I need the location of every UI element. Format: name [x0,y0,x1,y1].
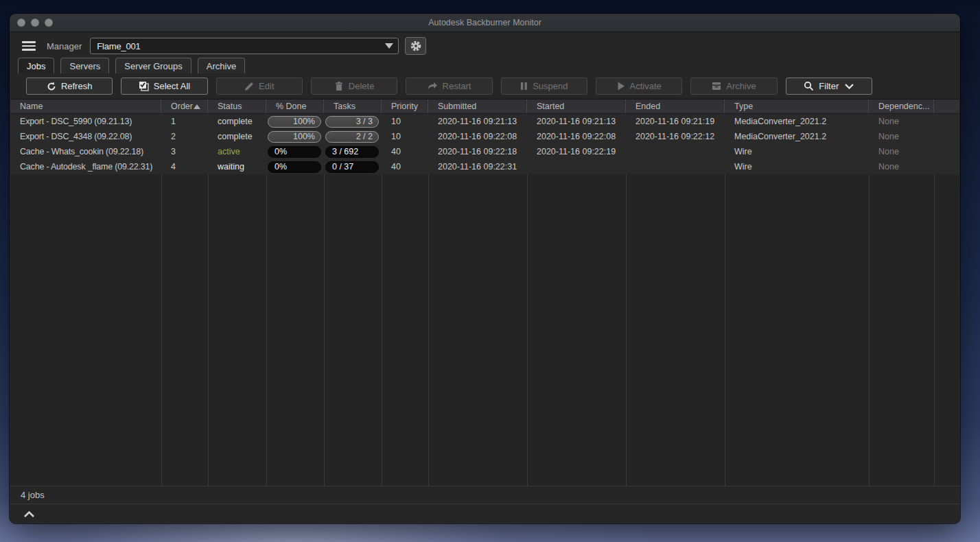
manager-selected-value: Flame_001 [91,41,140,51]
job-tasks-cell: 2 / 2 [324,129,382,144]
table-row[interactable]: Export - DSC_4348 (09.22.08) 2 complete … [10,129,959,144]
tab-jobs[interactable]: Jobs [18,58,54,73]
job-priority: 40 [382,144,428,159]
combo-dropdown-button[interactable] [380,38,398,54]
suspend-button[interactable]: Suspend [501,78,587,95]
job-type: MediaConverter_2021.2 [725,129,869,144]
job-ended: 2020-11-16 09:22:12 [626,129,725,144]
view-tabs: Jobs Servers Server Groups Archive [10,57,960,73]
column-label: Priority [391,102,418,111]
column-header-ended[interactable]: Ended [626,99,725,113]
tasks-pill: 0 / 37 [325,161,379,173]
column-label: Submitted [438,102,476,111]
job-name: Export - DSC_5990 (09.21.13) [10,114,161,129]
settings-button[interactable] [405,37,426,55]
tab-servers-label: Servers [69,61,100,71]
manager-select[interactable]: Flame_001 [90,38,399,54]
table-row[interactable]: Cache - Whats_cookin (09.22.18) 3 active… [10,144,959,159]
column-label: Type [734,102,753,111]
job-started: 2020-11-16 09:22:19 [527,144,626,159]
archive-button[interactable]: Archive [690,78,777,95]
gear-icon [410,40,422,52]
sort-ascending-icon [194,104,200,109]
suspend-label: Suspend [533,81,568,91]
play-icon [617,82,625,91]
job-status: active [208,144,266,159]
restart-button[interactable]: Restart [406,78,492,95]
archive-label: Archive [726,81,756,91]
column-header-priority[interactable]: Priority [382,99,428,113]
activate-button[interactable]: Activate [596,78,682,95]
job-ended [626,159,725,174]
edit-button[interactable]: Edit [216,78,303,95]
job-submitted: 2020-11-16 09:22:31 [428,159,527,174]
zoom-window-button[interactable] [45,19,53,27]
filter-button[interactable]: Filter [786,78,872,95]
row-filler [934,114,959,129]
close-window-button[interactable] [17,19,25,27]
column-header-type[interactable]: Type [725,99,869,113]
column-header-name[interactable]: Name [10,99,161,113]
job-toolbar: Refresh Select All Edit Delete Restart S… [10,73,872,99]
column-header-dependencies[interactable]: Dependenc... [869,99,934,113]
job-priority: 40 [382,159,428,174]
select-all-label: Select All [154,81,190,91]
table-row[interactable]: Cache - Autodesk _flame (09.22.31) 4 wai… [10,159,959,174]
chevron-up-icon [23,510,35,518]
column-header-submitted[interactable]: Submitted [428,99,527,113]
bottom-panel-toggle-row [10,504,960,523]
column-label: Tasks [334,102,355,111]
job-dependencies: None [869,159,934,174]
column-header-filler [934,99,959,113]
column-label: Order [171,102,193,111]
column-header-status[interactable]: Status [208,99,266,113]
tab-archive[interactable]: Archive [198,58,245,73]
job-status: complete [208,129,266,144]
job-started: 2020-11-16 09:22:08 [527,129,626,144]
search-icon [804,81,814,91]
window-title: Autodesk Backburner Monitor [10,18,960,27]
jobs-count: 4 jobs [10,486,960,504]
column-label: Status [218,102,242,111]
tab-server-groups[interactable]: Server Groups [115,58,191,73]
traffic-lights [17,19,53,27]
job-type: Wire [725,144,869,159]
job-tasks-cell: 3 / 692 [324,144,382,159]
column-label: Ended [635,102,660,111]
column-header-started[interactable]: Started [527,99,626,113]
refresh-label: Refresh [61,81,93,91]
column-label: Name [20,102,43,111]
job-ended: 2020-11-16 09:21:19 [626,114,725,129]
job-dependencies: None [869,144,934,159]
column-header-done[interactable]: % Done [266,99,324,113]
expand-panel-button[interactable] [23,510,35,518]
delete-button[interactable]: Delete [311,78,397,95]
column-header-order[interactable]: Order [161,99,208,113]
tab-server-groups-label: Server Groups [124,61,183,71]
column-label: Dependenc... [878,102,929,111]
edit-label: Edit [259,81,274,91]
archive-box-icon [712,82,721,91]
tab-servers[interactable]: Servers [60,58,109,73]
job-done-cell: 100% [266,129,324,144]
title-bar: Autodesk Backburner Monitor [10,14,960,32]
filter-label: Filter [819,81,839,91]
job-name: Export - DSC_4348 (09.22.08) [10,129,161,144]
tab-archive-label: Archive [207,61,236,71]
minimize-window-button[interactable] [31,19,39,27]
column-header-tasks[interactable]: Tasks [324,99,382,113]
select-all-button[interactable]: Select All [121,78,207,95]
job-priority: 10 [382,129,428,144]
pause-icon [520,82,528,91]
refresh-button[interactable]: Refresh [26,78,113,95]
progress-pill: 100% [268,116,321,128]
restart-icon [428,82,438,91]
job-tasks-cell: 3 / 3 [324,114,382,129]
job-type: Wire [725,159,869,174]
table-row[interactable]: Export - DSC_5990 (09.21.13) 1 complete … [10,114,959,129]
menu-icon[interactable] [22,41,36,51]
job-order: 4 [161,159,208,174]
job-name: Cache - Autodesk _flame (09.22.31) [10,159,161,174]
select-all-icon [139,81,149,91]
jobs-table-header: Name Order Status % Done Tasks Priority … [10,99,959,114]
